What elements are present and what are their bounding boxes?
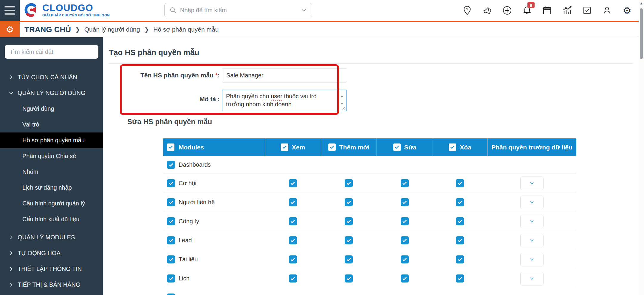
field-permission-expand-button[interactable] bbox=[520, 196, 544, 209]
module-checkbox[interactable] bbox=[167, 161, 175, 169]
calendar-icon[interactable] bbox=[542, 5, 552, 15]
sidebar-item-sharing-permissions[interactable]: Phân quyền Chia sẻ bbox=[0, 148, 103, 164]
sidebar-search-input[interactable] bbox=[5, 45, 98, 59]
breadcrumb-item-users[interactable]: Quản lý người dùng bbox=[84, 26, 140, 33]
field-permission-expand-button[interactable] bbox=[520, 215, 544, 228]
field-permission-expand-button[interactable] bbox=[520, 253, 544, 266]
module-checkbox[interactable] bbox=[167, 217, 175, 225]
breadcrumb-home[interactable]: TRANG CHỦ bbox=[24, 25, 71, 34]
column-header: Thêm mới bbox=[339, 144, 369, 151]
analytics-icon[interactable] bbox=[562, 5, 572, 15]
field-permission-expand-button[interactable] bbox=[520, 234, 544, 247]
select-all-delete-checkbox[interactable] bbox=[449, 143, 456, 151]
delete-checkbox[interactable] bbox=[456, 274, 464, 282]
topbar: CLOUDGO GIẢI PHÁP CHUYỂN ĐỔI SỐ TINH GỌN… bbox=[0, 0, 644, 21]
field-permission-expand-button[interactable] bbox=[520, 177, 544, 190]
chevron-right-icon bbox=[9, 75, 13, 79]
scrollbar-up-icon[interactable]: ▲ bbox=[639, 1, 643, 6]
field-permission-expand-button[interactable] bbox=[520, 272, 544, 285]
main-content: Tạo HS phân quyền mẫu Tên HS phân quyền … bbox=[103, 37, 639, 295]
description-textarea[interactable]: Phân quyền cho user thuộc vai trò trưởng… bbox=[222, 90, 347, 111]
profile-name-input[interactable] bbox=[222, 68, 347, 82]
sidebar-nav: TÙY CHỌN CÁ NHÂN QUẢN LÝ NGƯỜI DÙNG Ngườ… bbox=[0, 69, 103, 293]
chevron-separator-icon: ❯ bbox=[75, 26, 80, 33]
module-label: Cơ hội bbox=[179, 180, 196, 187]
create-checkbox[interactable] bbox=[345, 179, 353, 187]
view-checkbox[interactable] bbox=[289, 274, 297, 282]
view-checkbox[interactable] bbox=[289, 198, 297, 206]
global-search[interactable] bbox=[164, 3, 312, 17]
sidebar-item-roles[interactable]: Vai trò bbox=[0, 117, 103, 132]
edit-checkbox[interactable] bbox=[401, 217, 409, 225]
breadcrumb-item-profile[interactable]: Hồ sơ phân quyền mẫu bbox=[153, 26, 219, 33]
chevron-separator-icon: ❯ bbox=[144, 26, 149, 33]
select-all-view-checkbox[interactable] bbox=[281, 143, 288, 151]
create-checkbox[interactable] bbox=[345, 236, 353, 244]
chevron-right-icon bbox=[9, 267, 13, 271]
delete-checkbox[interactable] bbox=[456, 179, 464, 187]
module-checkbox[interactable] bbox=[167, 274, 175, 282]
table-row-dashboards: Dashboards bbox=[163, 156, 576, 174]
global-search-input[interactable] bbox=[180, 7, 297, 14]
sidebar-item-groups[interactable]: Nhóm bbox=[0, 164, 103, 180]
column-header: Xóa bbox=[460, 144, 471, 151]
tasks-icon[interactable] bbox=[582, 5, 592, 15]
plus-circle-icon[interactable] bbox=[502, 5, 512, 15]
edit-checkbox[interactable] bbox=[401, 255, 409, 263]
chevron-right-icon bbox=[9, 251, 13, 255]
select-all-create-checkbox[interactable] bbox=[328, 143, 336, 151]
table-row-nguoi-lien-he: Người liên hệ bbox=[163, 193, 576, 212]
sidebar-item-login-history[interactable]: Lịch sử đăng nhập bbox=[0, 180, 103, 196]
module-checkbox[interactable] bbox=[167, 179, 175, 187]
sidebar-section-user-management[interactable]: QUẢN LÝ NGƯỜI DÙNG bbox=[0, 85, 103, 101]
view-checkbox[interactable] bbox=[289, 217, 297, 225]
sidebar-section-personal[interactable]: TÙY CHỌN CÁ NHÂN bbox=[0, 69, 103, 85]
scrollbar-thumb[interactable] bbox=[640, 8, 643, 59]
sidebar-section-automation[interactable]: TỰ ĐỘNG HÓA bbox=[0, 245, 103, 261]
delete-checkbox[interactable] bbox=[456, 198, 464, 206]
page-scrollbar[interactable]: ▲ bbox=[639, 0, 644, 295]
select-all-modules-checkbox[interactable] bbox=[167, 143, 174, 151]
delete-checkbox[interactable] bbox=[456, 255, 464, 263]
sidebar-section-modules[interactable]: QUẢN LÝ MODULES bbox=[0, 230, 103, 245]
edit-checkbox[interactable] bbox=[401, 274, 409, 282]
bell-icon[interactable]: 8 bbox=[522, 5, 532, 15]
app-logo[interactable]: CLOUDGO GIẢI PHÁP CHUYỂN ĐỔI SỐ TINH GỌN bbox=[23, 2, 110, 18]
module-checkbox[interactable] bbox=[167, 294, 175, 295]
create-checkbox[interactable] bbox=[345, 274, 353, 282]
megaphone-icon[interactable] bbox=[482, 5, 492, 15]
module-checkbox[interactable] bbox=[167, 198, 175, 206]
brand-name: CLOUDGO bbox=[42, 3, 110, 13]
view-checkbox[interactable] bbox=[289, 255, 297, 263]
help-pin-icon[interactable]: ? bbox=[462, 5, 472, 15]
edit-checkbox[interactable] bbox=[401, 198, 409, 206]
create-checkbox[interactable] bbox=[345, 217, 353, 225]
sidebar-item-export-config[interactable]: Cấu hình xuất dữ liệu bbox=[0, 211, 103, 227]
menu-toggle-button[interactable] bbox=[0, 0, 20, 21]
settings-gear-icon[interactable]: ⚙ bbox=[622, 5, 632, 15]
svg-text:?: ? bbox=[466, 7, 468, 11]
user-icon[interactable] bbox=[602, 5, 612, 15]
delete-checkbox[interactable] bbox=[456, 236, 464, 244]
sidebar-section-marketing-sales[interactable]: TIẾP THỊ & BÁN HÀNG bbox=[0, 277, 103, 293]
chevron-down-icon[interactable] bbox=[301, 7, 307, 13]
create-checkbox[interactable] bbox=[345, 198, 353, 206]
breadcrumb: TRANG CHỦ ❯ Quản lý người dùng ❯ Hồ sơ p… bbox=[24, 22, 219, 37]
edit-checkbox[interactable] bbox=[401, 179, 409, 187]
scroll-up-icon[interactable]: ▲ bbox=[340, 92, 344, 100]
delete-checkbox[interactable] bbox=[456, 217, 464, 225]
module-checkbox[interactable] bbox=[167, 255, 175, 263]
module-checkbox[interactable] bbox=[167, 236, 175, 244]
sidebar-item-users[interactable]: Người dùng bbox=[0, 101, 103, 117]
resize-grip-icon[interactable] bbox=[342, 107, 346, 110]
sidebar-section-info-setup[interactable]: THIẾT LẬP THÔNG TIN bbox=[0, 261, 103, 277]
select-all-edit-checkbox[interactable] bbox=[393, 143, 401, 151]
edit-checkbox[interactable] bbox=[401, 236, 409, 244]
settings-section-icon[interactable]: ⚙ bbox=[0, 22, 20, 37]
create-checkbox[interactable] bbox=[345, 255, 353, 263]
table-row-cong-ty: Công ty bbox=[163, 212, 576, 231]
view-checkbox[interactable] bbox=[289, 236, 297, 244]
sidebar-item-manager-config[interactable]: Cấu hình người quản lý bbox=[0, 196, 103, 211]
sidebar-item-permission-profiles[interactable]: Hồ sơ phân quyền mẫu bbox=[0, 132, 103, 148]
view-checkbox[interactable] bbox=[289, 179, 297, 187]
